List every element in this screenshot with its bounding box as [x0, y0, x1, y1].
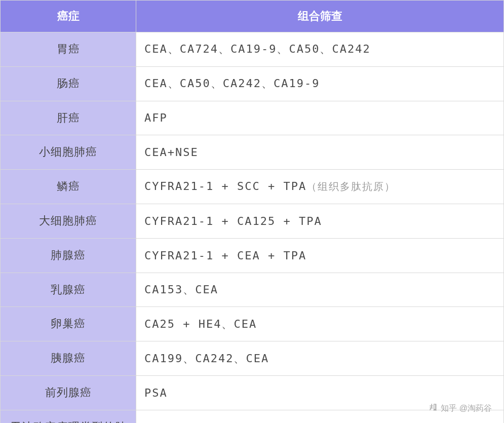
screening-text: PSA	[144, 387, 168, 399]
cancer-screening-table: 癌症 组合筛查 胃癌CEA、CA724、CA19-9、CA50、CA242肠癌C…	[0, 0, 504, 423]
screening-cell: CA153、CEA	[136, 273, 504, 307]
screening-text: CA199、CA242、CEA	[144, 352, 269, 365]
screening-cell: CYFRA21-1 + SCC + TPA（组织多肽抗原）	[136, 170, 504, 204]
cancer-cell: 乳腺癌	[1, 273, 136, 307]
table-row: 大细胞肺癌CYFRA21-1 + CA125 + TPA	[1, 204, 504, 238]
screening-cell: CYFRA21-1 + CA125 + TPA	[136, 204, 504, 238]
screening-cell: CYFRA21-1 + CEA + TPA	[136, 238, 504, 273]
cancer-cell: 无法确定病理类型的肺癌	[1, 410, 136, 423]
screening-text: CEA、CA724、CA19-9、CA50、CA242	[144, 43, 371, 55]
table-row: 肠癌CEA、CA50、CA242、CA19-9	[1, 66, 504, 101]
cancer-cell: 大细胞肺癌	[1, 204, 136, 238]
table-row: 肺腺癌CYFRA21-1 + CEA + TPA	[1, 238, 504, 273]
cancer-cell: 小细胞肺癌	[1, 135, 136, 170]
screening-note: （组织多肽抗原）	[306, 180, 396, 193]
cancer-cell: 胰腺癌	[1, 341, 136, 376]
table-row: 前列腺癌PSA	[1, 375, 504, 410]
screening-text: CYFRA21-1 + CA125 + TPA	[144, 215, 322, 227]
screening-cell: CA25 + HE4、CEA	[136, 307, 504, 341]
cancer-cell: 鳞癌	[1, 170, 136, 204]
table-row: 乳腺癌CA153、CEA	[1, 273, 504, 307]
cancer-cell: 前列腺癌	[1, 375, 136, 410]
header-cancer: 癌症	[1, 1, 136, 32]
table-row: 胰腺癌CA199、CA242、CEA	[1, 341, 504, 376]
header-row: 癌症 组合筛查	[1, 1, 504, 32]
screening-text: CYFRA21-1 + CEA + TPA	[144, 249, 306, 262]
screening-cell: CEA、CA50、CA242、CA19-9	[136, 66, 504, 101]
screening-cell: CEA、CA724、CA19-9、CA50、CA242	[136, 32, 504, 67]
screening-text: CA25 + HE4、CEA	[144, 318, 257, 330]
cancer-cell: 肠癌	[1, 66, 136, 101]
screening-cell: AFP	[136, 101, 504, 135]
cancer-cell: 肝癌	[1, 101, 136, 135]
screening-cell: CA199、CA242、CEA	[136, 341, 504, 376]
screening-text: CYFRA21-1 + SCC + TPA	[144, 180, 306, 193]
screening-text: CA153、CEA	[144, 283, 218, 296]
table-row: 肝癌AFP	[1, 101, 504, 135]
table-row: 卵巢癌CA25 + HE4、CEA	[1, 307, 504, 341]
table-row: 小细胞肺癌CEA+NSE	[1, 135, 504, 170]
screening-cell: CEA + NSE + CYFRA21-1 + CA125	[136, 410, 504, 423]
table-row: 无法确定病理类型的肺癌CEA + NSE + CYFRA21-1 + CA125	[1, 410, 504, 423]
cancer-cell: 胃癌	[1, 32, 136, 67]
cancer-cell: 肺腺癌	[1, 238, 136, 273]
screening-text: CEA+NSE	[144, 146, 199, 159]
screening-text: CEA、CA50、CA242、CA19-9	[144, 77, 320, 90]
table-row: 胃癌CEA、CA724、CA19-9、CA50、CA242	[1, 32, 504, 67]
cancer-cell: 卵巢癌	[1, 307, 136, 341]
screening-text: AFP	[144, 111, 168, 124]
screening-cell: CEA+NSE	[136, 135, 504, 170]
screening-cell: PSA	[136, 375, 504, 410]
table-row: 鳞癌CYFRA21-1 + SCC + TPA（组织多肽抗原）	[1, 170, 504, 204]
header-screening: 组合筛查	[136, 1, 504, 32]
table-body: 胃癌CEA、CA724、CA19-9、CA50、CA242肠癌CEA、CA50、…	[1, 32, 504, 424]
